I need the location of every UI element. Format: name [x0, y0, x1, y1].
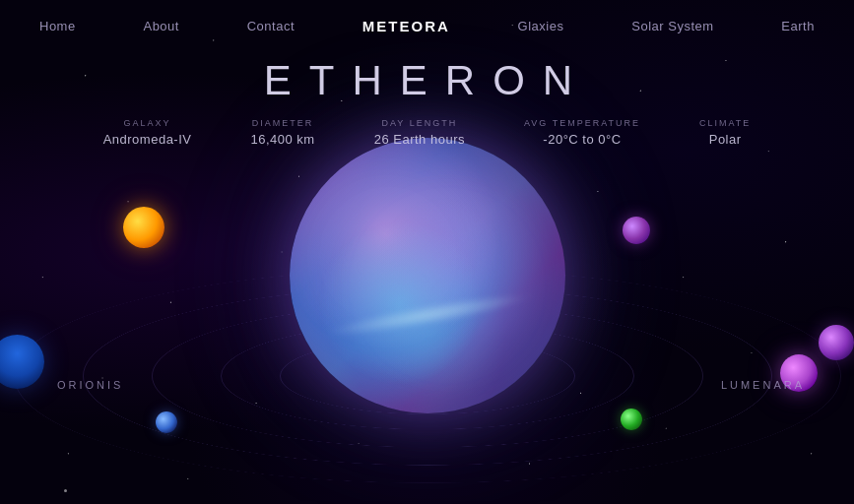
main-planet-etheron[interactable]: [290, 138, 565, 413]
planet-info-panel: ETHERON GALAXY Andromeda-IV DIAMETER 16,…: [0, 57, 854, 147]
planet-small-blue[interactable]: [156, 411, 177, 433]
stat-galaxy: GALAXY Andromeda-IV: [103, 118, 192, 147]
stats-row: GALAXY Andromeda-IV DIAMETER 16,400 km D…: [0, 118, 854, 147]
nav-item-meteora[interactable]: METEORA: [362, 18, 450, 34]
stat-day-length: DAY LENGTH 26 Earth hours: [374, 118, 465, 147]
stat-diameter-label: DIAMETER: [252, 118, 314, 128]
stat-galaxy-value: Andromeda-IV: [103, 132, 192, 147]
nav-item-solar-system[interactable]: Solar System: [631, 19, 713, 33]
stat-diameter: DIAMETER 16,400 km: [250, 118, 314, 147]
orionis-label: ORIONIS: [57, 379, 123, 391]
lumenara-label: LUMENARA: [721, 379, 805, 391]
planet-green[interactable]: [621, 409, 642, 430]
nav-item-galaxies[interactable]: Glaxies: [518, 19, 564, 33]
nav-item-earth[interactable]: Earth: [781, 19, 815, 33]
planet-orionis[interactable]: [123, 207, 164, 248]
star-dot: [64, 489, 67, 492]
stat-galaxy-label: GALAXY: [124, 118, 171, 128]
planet-small-purple[interactable]: [623, 217, 650, 244]
nav-item-contact[interactable]: Contact: [247, 19, 295, 33]
stat-day-length-value: 26 Earth hours: [374, 132, 465, 147]
nav-item-about[interactable]: About: [143, 19, 178, 33]
stat-climate: CLIMATE Polar: [699, 118, 751, 147]
stat-climate-value: Polar: [709, 132, 742, 147]
stat-day-length-label: DAY LENGTH: [381, 118, 457, 128]
stat-temperature: AVG TEMPERATURE -20°C to 0°C: [524, 118, 640, 147]
navigation: Home About Contact METEORA Glaxies Solar…: [0, 0, 854, 52]
stat-temperature-label: AVG TEMPERATURE: [524, 118, 640, 128]
stat-temperature-value: -20°C to 0°C: [543, 132, 621, 147]
stat-diameter-value: 16,400 km: [250, 132, 314, 147]
planet-right-edge[interactable]: [819, 325, 854, 360]
nav-item-home[interactable]: Home: [39, 19, 76, 33]
planet-title: ETHERON: [0, 57, 854, 104]
stat-climate-label: CLIMATE: [699, 118, 751, 128]
